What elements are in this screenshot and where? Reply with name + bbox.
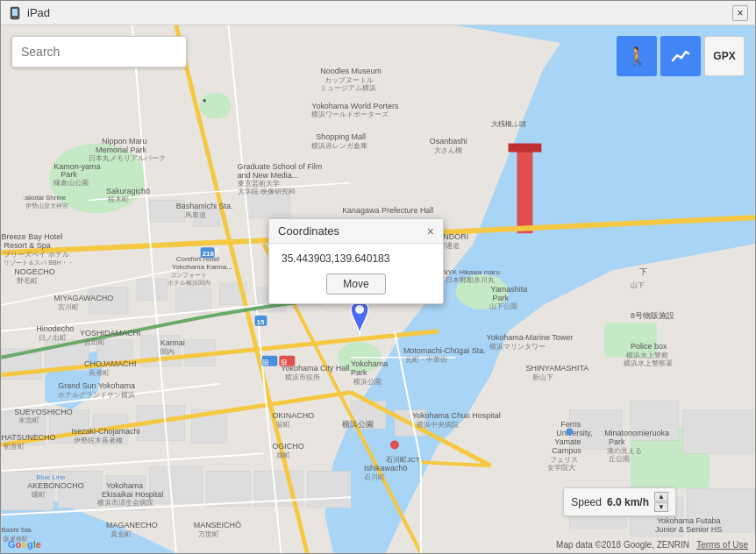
svg-point-192: [566, 428, 573, 435]
svg-text:Ishikawachō: Ishikawachō: [364, 464, 407, 472]
svg-text:YOSHIDAMACHI: YOSHIDAMACHI: [80, 329, 140, 337]
svg-text:Park: Park: [609, 437, 625, 446]
speed-down-button[interactable]: ▼: [654, 502, 668, 512]
svg-text:大さん橋: 大さん橋: [434, 146, 462, 154]
svg-text:日本郵船氷川丸: 日本郵船氷川丸: [446, 276, 495, 284]
svg-text:湊の見える: 湊の見える: [607, 447, 642, 455]
svg-text:●: ●: [203, 96, 207, 104]
svg-text:Blue Line: Blue Line: [36, 473, 66, 481]
svg-text:Ekisaikai Hospital: Ekisaikai Hospital: [102, 490, 163, 499]
svg-text:横浜公園: 横浜公園: [353, 378, 382, 386]
svg-text:Yamate: Yamate: [554, 437, 581, 446]
svg-text:扇町: 扇町: [276, 451, 290, 459]
svg-text:横浜水上警察署: 横浜水上警察署: [624, 359, 673, 367]
map-area[interactable]: Kamon-yama Park 鎌倉山公園 :akotai Shrine 伊勢山…: [1, 25, 755, 553]
svg-text:Yokohama World Porters: Yokohama World Porters: [311, 102, 399, 110]
svg-text:MAGANECHO: MAGANECHO: [106, 521, 158, 529]
svg-text:ミュージアム横浜: ミュージアム横浜: [320, 84, 376, 92]
popup-close-button[interactable]: ×: [427, 225, 434, 238]
svg-text:Shopping Mall: Shopping Mall: [316, 132, 366, 141]
map-attribution: Map data ©2018 Google, ZENRIN Terms of U…: [556, 540, 748, 550]
svg-text:Ferris: Ferris: [560, 420, 581, 429]
svg-text:山下: 山下: [631, 281, 645, 289]
coordinate-popup: Coordinates × 35.443903,139.640183 Move: [268, 218, 444, 304]
svg-point-190: [355, 305, 364, 314]
svg-text:OGICHO: OGICHO: [272, 442, 303, 451]
terms-link[interactable]: Terms of Use: [696, 540, 748, 550]
coordinates-value: 35.443903,139.640183: [282, 252, 431, 265]
svg-text:曙町: 曙町: [32, 491, 46, 499]
svg-text:Bashi Sta.: Bashi Sta.: [1, 526, 32, 534]
svg-text:吉田町: 吉田町: [84, 338, 105, 346]
svg-text:Breeze Bay Hotel: Breeze Bay Hotel: [1, 232, 62, 241]
walk-mode-button[interactable]: 🚶: [617, 36, 657, 76]
svg-text:伊勢山皇大神宮: 伊勢山皇大神宮: [25, 202, 68, 210]
svg-rect-14: [137, 279, 168, 301]
svg-text:15: 15: [256, 318, 264, 326]
titlebar: iPad ×: [1, 1, 755, 25]
speed-value: 6.0 km/h: [607, 496, 649, 508]
svg-text:フェリス: フェリス: [550, 456, 578, 464]
speed-control: Speed 6.0 km/h ▲ ▼: [563, 487, 676, 516]
search-bar[interactable]: [11, 36, 187, 67]
svg-text:翁町: 翁町: [276, 421, 290, 429]
chart-icon: [671, 46, 690, 66]
svg-text:日ノ出町: 日ノ出町: [39, 334, 67, 342]
speed-up-button[interactable]: ▲: [654, 492, 668, 501]
speed-spinner: ▲ ▼: [654, 492, 668, 512]
move-button[interactable]: Move: [326, 273, 385, 295]
svg-text:Osanbashi: Osanbashi: [430, 137, 467, 146]
svg-text:Junior & Senior HS: Junior & Senior HS: [655, 525, 722, 534]
svg-text:Park: Park: [61, 170, 77, 179]
svg-text:宮川町: 宮川町: [58, 303, 79, 311]
svg-text:Graduate School of Film: Graduate School of Film: [238, 162, 323, 171]
svg-text:横浜赤レンガ倉庫: 横浜赤レンガ倉庫: [311, 142, 367, 150]
svg-text:丘公園: 丘公園: [609, 455, 630, 463]
svg-text:女学院大: 女学院大: [547, 464, 575, 472]
svg-text:NOGECHO: NOGECHO: [14, 267, 54, 276]
popup-body: 35.443903,139.640183 Move: [269, 244, 443, 303]
svg-text:桜木町: 桜木町: [108, 195, 129, 203]
svg-text:旧: 旧: [262, 359, 268, 366]
svg-text:末吉町: 末吉町: [18, 416, 39, 424]
svg-text:日本丸メモリアルパーク: 日本丸メモリアルパーク: [89, 154, 166, 162]
svg-text:OKINACHO: OKINACHO: [272, 412, 314, 421]
svg-text:Nippon Maru: Nippon Maru: [102, 137, 146, 146]
svg-rect-33: [207, 471, 251, 506]
svg-text:横浜公園: 横浜公園: [342, 420, 374, 429]
svg-text:Resort & Spa: Resort & Spa: [4, 241, 50, 250]
svg-text:and New Media...: and New Media...: [238, 171, 299, 180]
search-input[interactable]: [21, 45, 177, 59]
google-logo: Google: [8, 539, 41, 550]
svg-text:Memorial Park: Memorial Park: [96, 146, 146, 154]
svg-text:元町・中華街: 元町・中華街: [405, 356, 447, 364]
svg-text:大学院 映像研究科: 大学院 映像研究科: [238, 188, 296, 195]
app-icon: [8, 6, 22, 20]
svg-rect-45: [509, 144, 542, 153]
svg-text:University,: University,: [556, 429, 592, 437]
gpx-button[interactable]: GPX: [704, 36, 745, 76]
svg-text:野毛町: 野毛町: [17, 277, 38, 285]
svg-text:石川町: 石川町: [364, 473, 385, 481]
svg-text:リゾート＆スパ BBH・・: リゾート＆スパ BBH・・: [4, 259, 73, 266]
close-button[interactable]: ×: [732, 5, 748, 21]
chart-button[interactable]: [660, 36, 701, 76]
svg-text:Police box: Police box: [631, 342, 667, 351]
svg-text:万世町: 万世町: [198, 530, 219, 538]
svg-text:Yokohama Chuo Hospital: Yokohama Chuo Hospital: [412, 412, 501, 421]
svg-text:Yokohama: Yokohama: [351, 359, 388, 368]
svg-text:山下公園: 山下公園: [489, 302, 517, 310]
popup-header: Coordinates ×: [269, 219, 443, 244]
svg-rect-1: [12, 9, 18, 16]
app-window: iPad ×: [0, 0, 756, 554]
svg-text:Kannai: Kannai: [160, 338, 185, 347]
svg-text:Yokohama: Yokohama: [106, 481, 143, 490]
svg-text:伊勢佐木長者橋: 伊勢佐木長者橋: [74, 437, 123, 444]
svg-rect-35: [307, 471, 351, 508]
svg-text:Yokohama-Marine Tower: Yokohama-Marine Tower: [487, 333, 574, 342]
svg-text::akotai Shrine: :akotai Shrine: [23, 194, 66, 202]
svg-text:長者町: 長者町: [89, 369, 110, 377]
svg-point-191: [390, 440, 399, 449]
svg-text:真金町: 真金町: [111, 530, 132, 538]
svg-text:馬車道: 馬車道: [184, 211, 206, 219]
